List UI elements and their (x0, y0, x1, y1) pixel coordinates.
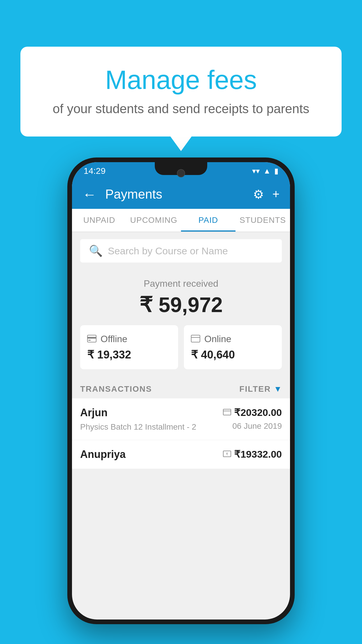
tab-upcoming[interactable]: UPCOMING (126, 209, 181, 232)
tab-unpaid[interactable]: UNPAID (72, 209, 126, 232)
offline-card-header: Offline (87, 333, 171, 345)
transaction-amount-container: ₹ ₹19332.00 (223, 448, 282, 460)
phone-shell: 14:29 ▾▾ ▲ ▮ ← Payments ⚙ + UNPAID UPC (67, 158, 295, 624)
search-bar[interactable]: 🔍 Search by Course or Name (80, 239, 282, 262)
tab-paid[interactable]: PAID (181, 209, 236, 232)
bubble-subtitle: of your students and send receipts to pa… (41, 102, 321, 116)
offline-amount: ₹ 19,332 (87, 348, 171, 361)
payment-cards: Offline ₹ 19,332 (80, 325, 282, 369)
settings-button[interactable]: ⚙ (253, 187, 264, 202)
battery-icon: ▮ (274, 167, 278, 176)
transaction-sub-row: Physics Batch 12 Installment - 2 06 June… (80, 421, 282, 432)
search-placeholder[interactable]: Search by Course or Name (108, 245, 228, 257)
wifi-icon: ▾▾ (252, 167, 260, 176)
online-card-header: Online (191, 333, 275, 345)
transaction-date: 06 June 2019 (232, 421, 282, 431)
offline-card: Offline ₹ 19,332 (80, 325, 178, 369)
svg-rect-2 (88, 340, 91, 341)
table-row[interactable]: Arjun ₹20320.00 Physics (72, 398, 290, 440)
transaction-name: Arjun (80, 407, 108, 419)
transactions-header: TRANSACTIONS FILTER ▼ (72, 377, 290, 398)
online-amount: ₹ 40,640 (191, 348, 275, 361)
filter-label: FILTER (239, 384, 271, 394)
filter-icon: ▼ (274, 384, 282, 394)
phone-notch (155, 162, 207, 175)
back-button[interactable]: ← (82, 186, 96, 202)
card-payment-icon (223, 407, 231, 417)
app-bar: ← Payments ⚙ + (72, 180, 290, 209)
transaction-description: Physics Batch 12 Installment - 2 (80, 422, 196, 432)
signal-icon: ▲ (263, 167, 271, 176)
cash-payment-icon: ₹ (223, 449, 231, 459)
status-time: 14:29 (84, 166, 106, 176)
search-section: 🔍 Search by Course or Name (72, 232, 290, 270)
svg-text:₹: ₹ (226, 452, 228, 456)
status-icons: ▾▾ ▲ ▮ (252, 167, 278, 176)
transaction-amount-container: ₹20320.00 (223, 407, 282, 418)
transaction-main-row: Anupriya ₹ ₹19332.00 (80, 448, 282, 461)
offline-icon (87, 333, 96, 345)
add-button[interactable]: + (272, 187, 280, 201)
online-icon (191, 333, 200, 345)
table-row[interactable]: Anupriya ₹ ₹19332.00 (72, 440, 290, 469)
svg-rect-5 (223, 409, 231, 415)
transaction-amount: ₹19332.00 (234, 448, 282, 460)
search-icon: 🔍 (89, 244, 103, 257)
online-card: Online ₹ 40,640 (184, 325, 282, 369)
tabs-bar: UNPAID UPCOMING PAID STUDENTS (72, 209, 290, 232)
total-amount: ₹ 59,972 (80, 293, 282, 317)
transactions-label: TRANSACTIONS (80, 384, 152, 394)
phone-mockup: 14:29 ▾▾ ▲ ▮ ← Payments ⚙ + UNPAID UPC (67, 158, 295, 624)
app-bar-actions: ⚙ + (253, 187, 280, 202)
svg-rect-1 (87, 337, 96, 339)
speech-bubble-card: Manage fees of your students and send re… (20, 47, 342, 136)
transaction-name: Anupriya (80, 448, 126, 461)
page-title: Payments (105, 187, 247, 202)
tab-students[interactable]: STUDENTS (236, 209, 290, 232)
payment-received-label: Payment received (80, 278, 282, 289)
online-type: Online (204, 334, 231, 344)
svg-rect-3 (191, 335, 200, 342)
transaction-list: Arjun ₹20320.00 Physics (72, 398, 290, 469)
bubble-title: Manage fees (41, 64, 321, 96)
offline-type: Offline (101, 334, 127, 344)
filter-container[interactable]: FILTER ▼ (239, 384, 282, 394)
phone-camera (177, 169, 185, 177)
transaction-main-row: Arjun ₹20320.00 (80, 407, 282, 419)
phone-screen: 14:29 ▾▾ ▲ ▮ ← Payments ⚙ + UNPAID UPC (72, 162, 290, 620)
payment-summary: Payment received ₹ 59,972 (72, 270, 290, 377)
transaction-amount: ₹20320.00 (234, 407, 282, 418)
